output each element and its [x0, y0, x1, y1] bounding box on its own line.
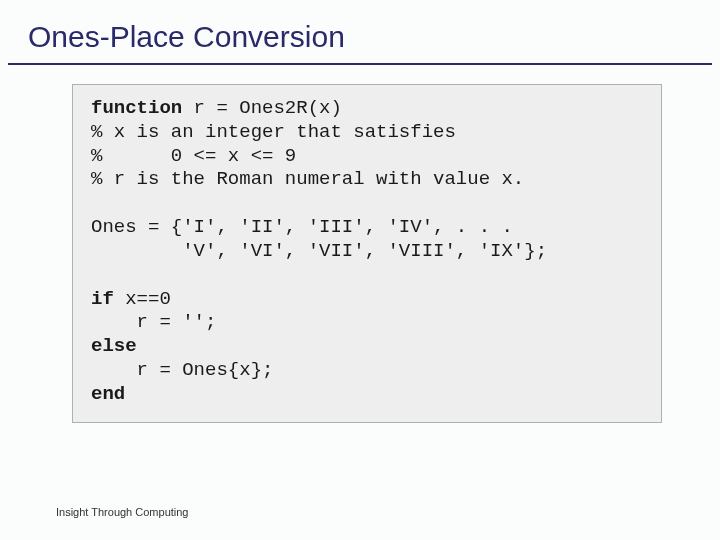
code-box: function r = Ones2R(x) % x is an integer… — [72, 84, 662, 423]
gap-1 — [91, 192, 647, 216]
array-line-2: 'V', 'VI', 'VII', 'VIII', 'IX'}; — [91, 240, 547, 262]
if-rest: x==0 — [114, 288, 171, 310]
code-block-3: if x==0 r = ''; else r = Ones{x}; end — [91, 288, 647, 407]
sig-rest: r = Ones2R(x) — [182, 97, 342, 119]
kw-if: if — [91, 288, 114, 310]
kw-else: else — [91, 335, 137, 357]
comment-3: % r is the Roman numeral with value x. — [91, 168, 524, 190]
page-title: Ones-Place Conversion — [28, 20, 345, 54]
code-block-2: Ones = {'I', 'II', 'III', 'IV', . . . 'V… — [91, 216, 647, 264]
kw-end: end — [91, 383, 125, 405]
comment-1: % x is an integer that satisfies — [91, 121, 456, 143]
gap-2 — [91, 264, 647, 288]
kw-function: function — [91, 97, 182, 119]
code-block-1: function r = Ones2R(x) % x is an integer… — [91, 97, 647, 192]
else-line: r = Ones{x}; — [91, 359, 273, 381]
title-rule — [8, 63, 712, 65]
comment-2: % 0 <= x <= 9 — [91, 145, 296, 167]
array-line-1: Ones = {'I', 'II', 'III', 'IV', . . . — [91, 216, 513, 238]
footer-text: Insight Through Computing — [56, 506, 189, 518]
then-line: r = ''; — [91, 311, 216, 333]
slide: Ones-Place Conversion function r = Ones2… — [0, 0, 720, 540]
